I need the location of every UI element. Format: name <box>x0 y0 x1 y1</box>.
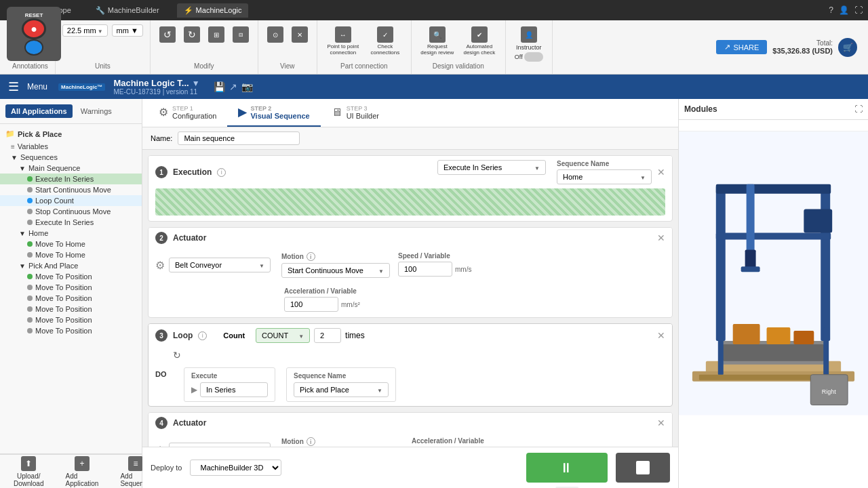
sidebar-item-execute-in-series-2[interactable]: Execute In Series <box>0 217 142 228</box>
check-connections-btn[interactable]: ✓ Check connections <box>366 24 404 58</box>
add-application-button[interactable]: + AddApplication <box>60 453 104 489</box>
view-icon1: ⊙ <box>267 26 283 43</box>
exec-seqname-select[interactable]: Home <box>557 169 652 184</box>
total-value: $35,326.83 (USD) <box>772 47 833 55</box>
grid-btn[interactable]: ⊞ <box>206 24 226 45</box>
view-btn2[interactable]: ✕ <box>290 24 310 45</box>
motion-2-select[interactable]: Start Continuous Move <box>281 263 390 278</box>
sidebar-item-loop-count[interactable]: Loop Count <box>0 195 142 206</box>
sidebar-item-start-continuous-move[interactable]: Start Continuous Move <box>0 184 142 195</box>
deploy-target-select[interactable]: MachineBuilder 3D <box>190 460 281 476</box>
sidebar-tree: 📁 Pick & Place ≡ Variables ▼ Sequences ▼… <box>0 124 142 453</box>
ribbon: ✏ Annotations 22.5 mm mm ▼ Units ↺ ↻ <box>0 20 868 75</box>
sidebar-item-main-sequence[interactable]: ▼ Main Sequence <box>0 163 142 174</box>
menu-bar-left: ☰ Menu MachineLogic™ Machine Logic T... … <box>5 77 863 97</box>
share-button[interactable]: ↗ SHARE <box>716 40 767 54</box>
instructor-btn[interactable]: 👤 Instructor Off <box>513 24 545 64</box>
instructor-toggle[interactable] <box>524 52 543 62</box>
control-module: RESET ● <box>679 120 868 131</box>
seq-3-close[interactable]: ✕ <box>657 330 665 341</box>
upload-download-button[interactable]: ⬆ Upload/ Download <box>8 453 49 489</box>
loop-execute-select[interactable]: In Series <box>200 382 268 397</box>
pause-button[interactable]: ⏸ Pause <box>526 453 608 483</box>
sidebar-item-move-pos-2[interactable]: Move To Position <box>0 282 142 293</box>
tab-configuration[interactable]: ⚙ STEP 1 Configuration <box>148 100 227 127</box>
sidebar-item-move-pos-4[interactable]: Move To Position <box>0 304 142 314</box>
exec-info-icon[interactable]: i <box>217 168 226 177</box>
seq-block-3-header: 3 Loop i Count COUNT times ✕ <box>149 324 672 347</box>
sidebar-bottom-toolbar: ⬆ Upload/ Download + AddApplication ≡ Ad… <box>0 453 142 488</box>
sidebar-item-pick-and-place[interactable]: ▼ Pick And Place <box>0 260 142 271</box>
point-to-point-btn[interactable]: ↔ Point to point connection <box>324 24 362 58</box>
snap-btn[interactable]: ⧈ <box>231 24 251 45</box>
tab-ui-builder[interactable]: 🖥 STEP 3 UI Builder <box>321 100 390 127</box>
sidebar-item-variables[interactable]: ≡ Variables <box>0 141 142 152</box>
camera-icon[interactable]: 📷 <box>241 81 253 92</box>
user-icon[interactable]: 👤 <box>839 5 849 15</box>
hamburger-menu[interactable]: ☰ <box>5 77 22 97</box>
red-button[interactable]: ● <box>22 18 46 39</box>
units-dropdown[interactable]: 22.5 mm <box>62 24 108 37</box>
seq-block-3: 3 Loop i Count COUNT times ✕ <box>148 323 673 407</box>
sidebar-item-move-pos-6[interactable]: Move To Position <box>0 325 142 336</box>
accel-2-input[interactable] <box>284 297 338 312</box>
design-validation-icons: 🔍 Request design review ✔ Automated desi… <box>418 24 498 58</box>
view-section: ⊙ ✕ View <box>258 20 317 74</box>
share2-icon[interactable]: ↗ <box>229 81 237 92</box>
request-review-btn[interactable]: 🔍 Request design review <box>418 24 456 58</box>
loop-seqname-select[interactable]: Pick and Place <box>294 382 389 397</box>
sidebar-item-stop-continuous-move[interactable]: Stop Continuous Move <box>0 206 142 217</box>
all-applications-button[interactable]: All Applications <box>5 104 73 118</box>
actuator-icon: ⚙ <box>155 259 165 272</box>
help-icon[interactable]: ? <box>829 5 833 15</box>
seq-num-4: 4 <box>155 417 167 429</box>
sidebar-item-move-pos-3[interactable]: Move To Position <box>0 293 142 304</box>
robot-svg: Right <box>679 131 868 415</box>
mm-dropdown[interactable]: mm ▼ <box>112 24 143 37</box>
blue-button[interactable] <box>24 39 43 56</box>
cloud-save-icon[interactable]: 💾 <box>214 81 225 92</box>
sidebar-item-move-pos-1[interactable]: Move To Position <box>0 271 142 282</box>
count-type-select[interactable]: COUNT <box>256 328 310 343</box>
exec-execute-select[interactable]: Execute In Series <box>437 160 546 175</box>
sidebar-item-execute-in-series[interactable]: Execute In Series <box>0 174 142 184</box>
actuator-2-select[interactable]: Belt Conveyor <box>169 258 271 272</box>
tab-visual-sequence[interactable]: ▶ STEP 2 Visual Sequence <box>227 100 320 127</box>
loop-dot <box>27 198 33 203</box>
main-layout: All Applications Warnings 📁 Pick & Place… <box>0 99 868 488</box>
app-title-chevron[interactable]: ▼ <box>192 79 200 88</box>
sidebar-item-move-to-home-1[interactable]: Move To Home <box>0 239 142 249</box>
motion-4-info[interactable]: i <box>307 437 315 446</box>
seq-block-1-header: 1 Execution i Execute In Series Sequence… <box>149 156 672 188</box>
auto-check-btn[interactable]: ✔ Automated design check <box>460 24 498 58</box>
speed-2-input[interactable] <box>398 262 452 277</box>
loop-info-icon[interactable]: i <box>198 331 207 340</box>
menu-bar: ☰ Menu MachineLogic™ Machine Logic T... … <box>0 75 868 99</box>
expand-modules-icon[interactable]: ⛶ <box>854 104 863 114</box>
exec-stripe-1 <box>155 188 665 216</box>
motion-2-info[interactable]: i <box>307 252 315 261</box>
seq-1-close[interactable]: ✕ <box>657 167 665 178</box>
sidebar-item-pick-place[interactable]: 📁 Pick & Place <box>0 127 142 141</box>
redo-btn[interactable]: ↻ <box>182 24 202 45</box>
exec-seqname-label: Sequence Name <box>557 160 652 167</box>
sidebar-item-sequences[interactable]: ▼ Sequences <box>0 152 142 163</box>
undo-btn[interactable]: ↺ <box>157 24 178 45</box>
count-value-input[interactable] <box>314 328 341 343</box>
app-subtitle: ME-CU-187319 | version 11 <box>113 88 199 96</box>
cart-icon[interactable]: 🛒 <box>838 38 857 57</box>
seq-4-close[interactable]: ✕ <box>657 418 665 428</box>
sequence-name-input[interactable] <box>178 131 300 145</box>
sidebar-item-move-pos-5[interactable]: Move To Position <box>0 314 142 325</box>
stop-button[interactable] <box>616 453 670 483</box>
tab-machinelogic[interactable]: ⚡ MachineLogic <box>177 3 249 18</box>
sidebar-item-move-to-home-2[interactable]: Move To Home <box>0 249 142 260</box>
view-btn1[interactable]: ⊙ <box>265 24 285 45</box>
sidebar-item-home[interactable]: ▼ Home <box>0 228 142 239</box>
warnings-button[interactable]: Warnings <box>75 104 117 118</box>
seq-2-close[interactable]: ✕ <box>657 232 665 243</box>
expand-icon[interactable]: ⛶ <box>854 5 863 15</box>
modules-header: Modules ⛶ <box>679 99 868 120</box>
units-controls: 22.5 mm mm ▼ <box>62 24 143 37</box>
tab-machinebuilder[interactable]: 🔧 MachineBuilder <box>89 3 166 18</box>
